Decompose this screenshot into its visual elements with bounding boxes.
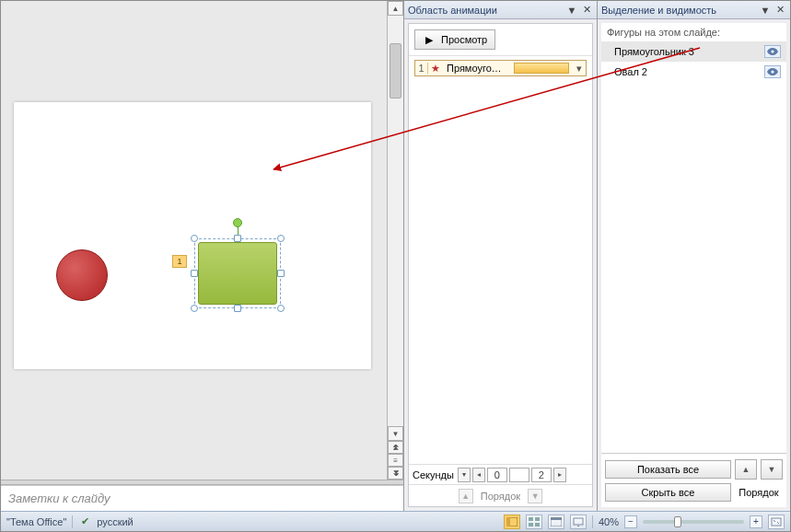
resize-handle-e[interactable] (277, 270, 285, 277)
scroll-up-button[interactable]: ▲ (388, 1, 403, 16)
animation-preview-row: ▶ Просмотр (409, 24, 592, 56)
timeline-scroll-right[interactable]: ▸ (553, 468, 566, 482)
animation-pane-body: ▶ Просмотр 1 ★ Прямоугольн... ▾ Секунды (408, 23, 593, 507)
editor-column: 1 (1, 1, 403, 511)
svg-point-0 (771, 50, 774, 52)
normal-view-button[interactable] (504, 515, 520, 529)
pane-close-icon[interactable]: ✕ (774, 4, 786, 17)
zoom-slider[interactable] (643, 520, 744, 524)
animation-order-row: ▲ Порядок ▼ (409, 484, 592, 506)
selection-caption: Фигуры на этом слайде: (601, 23, 786, 41)
app-root: 1 (0, 0, 791, 532)
selection-item[interactable]: Прямоугольник 3 (601, 41, 786, 62)
upper-area: 1 (1, 1, 790, 511)
star-icon: ★ (428, 63, 443, 75)
animation-list[interactable]: 1 ★ Прямоугольн... ▾ (409, 56, 592, 464)
resize-handle-nw[interactable] (191, 235, 198, 242)
svg-rect-7 (535, 523, 540, 526)
pane-menu-icon[interactable]: ▼ (565, 4, 578, 17)
status-theme[interactable]: "Тема Office" (6, 516, 66, 527)
slideshow-view-button[interactable] (570, 515, 587, 529)
visibility-toggle[interactable] (764, 65, 781, 78)
status-separator (72, 515, 73, 528)
play-icon: ▶ (423, 33, 436, 46)
status-bar: "Тема Office" ✔ русский 40% − + (1, 511, 790, 531)
selection-item-name: Прямоугольник 3 (614, 46, 764, 57)
editor-vscroll[interactable]: ▲ ▼ ⯭ ≡ ⯯ (387, 1, 403, 480)
order-down-button[interactable]: ▼ (528, 489, 542, 503)
preview-button[interactable]: ▶ Просмотр (414, 29, 495, 50)
selection-item-name: Овал 2 (614, 66, 764, 77)
resize-handle-n[interactable] (234, 235, 241, 242)
selection-list[interactable]: Прямоугольник 3 Овал 2 (601, 41, 786, 453)
spellcheck-icon[interactable]: ✔ (78, 515, 91, 528)
svg-rect-4 (529, 517, 533, 521)
prev-slide-button[interactable]: ⯭ (388, 441, 403, 454)
fit-to-window-button[interactable] (768, 515, 785, 529)
resize-handle-s[interactable] (234, 305, 241, 312)
animation-item-index: 1 (415, 63, 428, 74)
eye-icon (767, 48, 778, 55)
reading-view-button[interactable] (548, 515, 564, 529)
timeline-cell-2: 2 (531, 468, 552, 482)
svg-rect-10 (574, 518, 583, 525)
animation-pane: Область анимации ▼ ✕ ▶ Просмотр 1 ★ Прям… (403, 1, 597, 511)
show-all-button[interactable]: Показать все (605, 460, 731, 479)
status-language[interactable]: русский (97, 516, 133, 527)
eye-icon (767, 68, 778, 75)
animation-duration-bar[interactable] (514, 63, 569, 74)
resize-handle-ne[interactable] (277, 235, 285, 242)
svg-point-1 (771, 70, 774, 73)
resize-handle-se[interactable] (277, 305, 285, 312)
scroll-track[interactable] (388, 16, 403, 426)
selection-pane-title: Выделение и видимость (601, 5, 757, 16)
timeline-cell-0: 0 (487, 468, 507, 482)
animation-pane-title: Область анимации (408, 5, 564, 16)
selection-outline (194, 238, 281, 308)
slide-viewport: 1 (1, 1, 387, 480)
slide-canvas[interactable]: 1 (14, 102, 371, 369)
zoom-thumb[interactable] (674, 516, 681, 527)
order-up-button[interactable]: ▲ (459, 489, 473, 503)
svg-rect-6 (529, 523, 533, 526)
zoom-in-button[interactable]: + (750, 515, 762, 528)
animation-item[interactable]: 1 ★ Прямоугольн... ▾ (414, 60, 587, 76)
selection-item[interactable]: Овал 2 (601, 62, 786, 82)
animation-item-menu[interactable]: ▾ (573, 63, 586, 75)
preview-button-label: Просмотр (441, 34, 487, 45)
shape-oval[interactable] (56, 249, 108, 301)
pane-menu-icon[interactable]: ▼ (759, 4, 772, 17)
resize-handle-w[interactable] (191, 270, 198, 277)
timeline-unit-dropdown[interactable]: ▾ (458, 468, 471, 482)
svg-rect-3 (506, 517, 510, 526)
pane-close-icon[interactable]: ✕ (580, 4, 593, 17)
selection-footer: Показать все ▲ ▼ Скрыть все Порядок (601, 453, 786, 507)
reorder-up-button[interactable]: ▲ (735, 459, 757, 480)
notes-pane[interactable]: Заметки к слайду (1, 485, 403, 511)
timeline-scroll-left[interactable]: ◂ (472, 468, 485, 482)
animation-item-label: Прямоугольн... (443, 63, 510, 74)
zoom-percent[interactable]: 40% (599, 516, 619, 527)
animation-order-label: Порядок (481, 491, 520, 502)
reorder-down-button[interactable]: ▼ (761, 459, 783, 480)
svg-rect-5 (535, 517, 540, 521)
next-slide-button[interactable]: ⯯ (388, 467, 403, 480)
selection-pane: Выделение и видимость ▼ ✕ Фигуры на этом… (597, 1, 790, 511)
timeline-row: Секунды ▾ ◂ 0 2 ▸ (409, 464, 592, 484)
shape-rectangle-selected[interactable]: 1 (194, 238, 281, 308)
hide-all-button[interactable]: Скрыть все (605, 483, 731, 502)
resize-handle-sw[interactable] (191, 305, 198, 312)
rotation-handle[interactable] (233, 218, 242, 227)
slide-area[interactable]: 1 (1, 1, 403, 480)
scroll-down-button[interactable]: ▼ (388, 426, 403, 441)
svg-rect-11 (772, 518, 781, 526)
timeline-label: Секунды (413, 469, 456, 480)
selection-order-label: Порядок (735, 487, 783, 498)
sorter-view-button[interactable] (526, 515, 542, 529)
animation-pane-header: Область анимации ▼ ✕ (404, 1, 597, 19)
zoom-out-button[interactable]: − (624, 515, 637, 528)
scroll-thumb[interactable] (390, 43, 401, 98)
visibility-toggle[interactable] (764, 45, 781, 58)
status-separator (592, 515, 593, 528)
slide-nav-menu-button[interactable]: ≡ (388, 454, 403, 467)
